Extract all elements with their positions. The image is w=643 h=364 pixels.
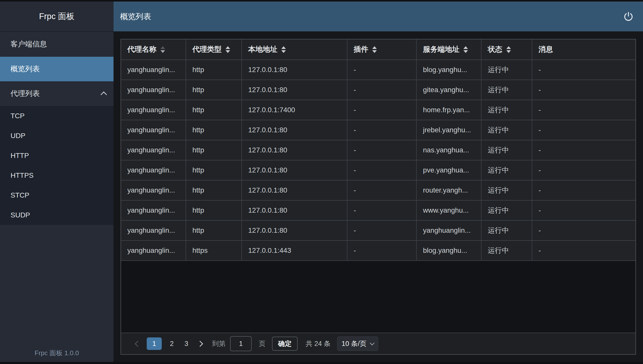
sort-icon[interactable] xyxy=(226,46,230,53)
cell-plugin: - xyxy=(347,180,417,200)
cell-status: 运行中 xyxy=(481,80,532,100)
column-label: 状态 xyxy=(488,44,502,54)
column-header-remote[interactable]: 服务端地址 xyxy=(417,39,481,59)
sort-asc-icon[interactable] xyxy=(372,46,377,49)
cell-remote: pve.yanghua... xyxy=(417,160,481,180)
sort-desc-icon[interactable] xyxy=(160,50,165,53)
cell-plugin: - xyxy=(347,201,417,220)
page-button-3[interactable]: 3 xyxy=(180,337,192,350)
sort-icon[interactable] xyxy=(463,46,468,53)
chevron-left-icon xyxy=(135,341,141,347)
sort-desc-icon[interactable] xyxy=(506,50,511,53)
cell-name: yanghuanglin... xyxy=(121,60,186,80)
sort-asc-icon[interactable] xyxy=(281,46,286,49)
page-button-1-active[interactable]: 1 xyxy=(147,337,162,350)
cell-local: 127.0.0.1:80 xyxy=(242,120,347,140)
chevron-right-icon xyxy=(197,341,203,347)
column-header-type[interactable]: 代理类型 xyxy=(186,39,242,59)
cell-message: - xyxy=(532,221,635,240)
confirm-button[interactable]: 确定 xyxy=(272,337,298,351)
sort-asc-icon[interactable] xyxy=(160,46,165,49)
sidebar-item-client-info[interactable]: 客户端信息 xyxy=(0,32,114,57)
cell-remote: www.yanghu... xyxy=(417,201,481,220)
sort-desc-icon[interactable] xyxy=(463,50,468,53)
cell-remote: router.yangh... xyxy=(417,180,481,200)
table-row: yanghuanglin...http127.0.0.1:80-www.yang… xyxy=(121,201,635,221)
table-header-row: 代理名称代理类型本地地址插件服务端地址状态消息 xyxy=(121,39,635,60)
cell-status: 运行中 xyxy=(481,100,532,120)
cell-name: yanghuanglin... xyxy=(121,201,186,220)
table-empty-space xyxy=(121,261,635,333)
cell-local: 127.0.0.1:80 xyxy=(242,80,347,100)
sidebar-submenu: TCPUDPHTTPHTTPSSTCPSUDP xyxy=(0,106,114,225)
cell-local: 127.0.0.1:443 xyxy=(242,241,347,260)
overview-table: 代理名称代理类型本地地址插件服务端地址状态消息 yanghuanglin...h… xyxy=(121,39,636,355)
page-size-dropdown[interactable]: 10 条/页 xyxy=(337,336,378,351)
bottom-strip xyxy=(0,362,643,364)
cell-status: 运行中 xyxy=(481,140,532,160)
cell-message: - xyxy=(532,60,635,80)
sidebar-subitem-sudp[interactable]: SUDP xyxy=(0,205,114,225)
app-title: Frpc 面板 xyxy=(0,2,114,32)
page-title: 概览列表 xyxy=(120,11,151,22)
sidebar-subitem-https[interactable]: HTTPS xyxy=(0,165,114,185)
cell-type: http xyxy=(186,60,242,80)
power-icon[interactable] xyxy=(623,11,634,22)
pagination-bar: 123 到第 页 确定 共 24 条 10 条/页 xyxy=(121,333,635,354)
sort-icon[interactable] xyxy=(281,46,286,53)
sort-desc-icon[interactable] xyxy=(281,50,286,53)
column-label: 插件 xyxy=(354,44,368,54)
table-row: yanghuanglin...http127.0.0.1:80-blog.yan… xyxy=(121,60,635,80)
column-header-local[interactable]: 本地地址 xyxy=(242,39,347,59)
sort-icon[interactable] xyxy=(372,46,377,53)
column-label: 服务端地址 xyxy=(423,44,459,54)
cell-type: http xyxy=(186,80,242,100)
column-label: 本地地址 xyxy=(248,44,277,54)
cell-plugin: - xyxy=(347,100,417,120)
cell-type: http xyxy=(186,140,242,160)
prev-page-button[interactable] xyxy=(133,337,143,350)
total-count-label: 共 24 条 xyxy=(306,339,331,348)
column-header-status[interactable]: 状态 xyxy=(481,39,532,59)
sort-asc-icon[interactable] xyxy=(506,46,511,49)
cell-type: http xyxy=(186,120,242,140)
cell-local: 127.0.0.1:80 xyxy=(242,60,347,80)
sort-icon[interactable] xyxy=(506,46,511,53)
cell-local: 127.0.0.1:80 xyxy=(242,140,347,160)
sort-asc-icon[interactable] xyxy=(226,46,230,49)
sort-desc-icon[interactable] xyxy=(226,50,230,53)
column-header-message: 消息 xyxy=(532,39,635,59)
next-page-button[interactable] xyxy=(195,337,205,350)
sort-asc-icon[interactable] xyxy=(463,46,468,49)
sidebar-subitem-tcp[interactable]: TCP xyxy=(0,106,114,126)
sidebar-subitem-udp[interactable]: UDP xyxy=(0,126,114,146)
top-header-bar: 概览列表 xyxy=(114,2,643,31)
table-row: yanghuanglin...http127.0.0.1:80-yanghuan… xyxy=(121,221,635,241)
jump-prefix-label: 到第 xyxy=(212,339,226,348)
table-body: yanghuanglin...http127.0.0.1:80-blog.yan… xyxy=(121,60,635,261)
cell-type: http xyxy=(186,221,242,240)
cell-name: yanghuanglin... xyxy=(121,180,186,200)
sidebar-item-proxy-list[interactable]: 代理列表 xyxy=(0,81,114,106)
column-header-plugin[interactable]: 插件 xyxy=(347,39,417,59)
cell-status: 运行中 xyxy=(481,160,532,180)
cell-local: 127.0.0.1:80 xyxy=(242,160,347,180)
cell-message: - xyxy=(532,180,635,200)
column-header-name[interactable]: 代理名称 xyxy=(121,39,186,59)
table-row: yanghuanglin...http127.0.0.1:80-pve.yang… xyxy=(121,160,635,180)
column-label: 消息 xyxy=(539,44,553,54)
cell-remote: blog.yanghu... xyxy=(417,241,481,260)
cell-name: yanghuanglin... xyxy=(121,80,186,100)
sidebar-item-overview-selected[interactable]: 概览列表 xyxy=(0,57,114,81)
column-label: 代理名称 xyxy=(127,44,156,54)
sort-icon[interactable] xyxy=(160,46,165,53)
cell-status: 运行中 xyxy=(481,221,532,240)
page-button-2[interactable]: 2 xyxy=(166,337,178,350)
cell-name: yanghuanglin... xyxy=(121,140,186,160)
app-window: Frpc 面板 客户端信息 概览列表 代理列表 TCPUDPHTTPHTTPSS… xyxy=(0,2,643,362)
sidebar-subitem-stcp[interactable]: STCP xyxy=(0,185,114,205)
sidebar-subitem-http[interactable]: HTTP xyxy=(0,146,114,165)
page-jump-input[interactable] xyxy=(230,336,252,351)
sort-desc-icon[interactable] xyxy=(372,50,377,53)
content-area: 代理名称代理类型本地地址插件服务端地址状态消息 yanghuanglin...h… xyxy=(114,31,643,362)
